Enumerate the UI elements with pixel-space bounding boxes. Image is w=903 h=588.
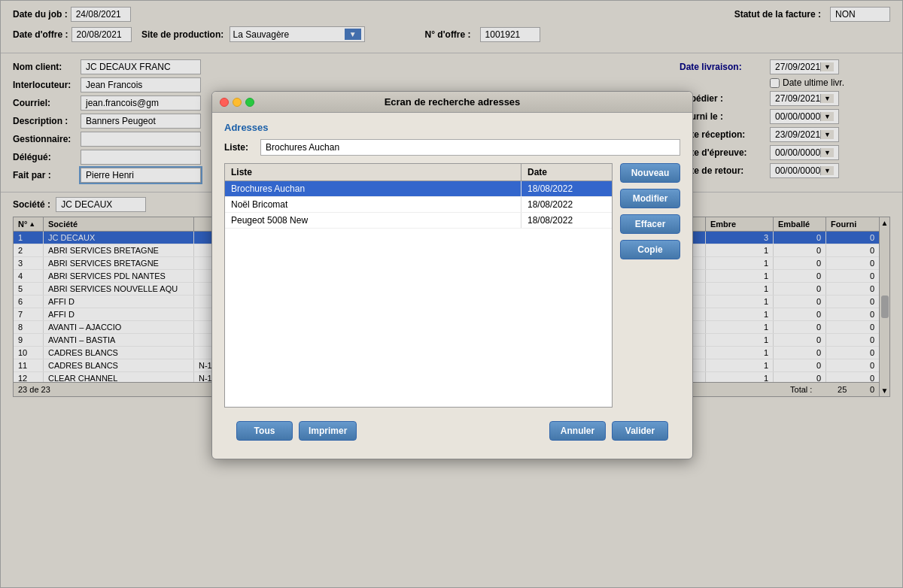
minimize-button[interactable] xyxy=(233,98,242,107)
effacer-button[interactable]: Effacer xyxy=(620,214,680,234)
modal-table-area: Liste Date Brochures Auchan 18/08/2022 N… xyxy=(224,163,680,408)
modal-liste-row: Liste: xyxy=(224,139,680,156)
modal-section-title: Adresses xyxy=(224,122,680,133)
modal-liste-label: Liste: xyxy=(224,142,254,153)
modal-footer-right: Annuler Valider xyxy=(549,421,668,441)
modal-cell-date: 18/08/2022 xyxy=(521,197,612,212)
modal-body: Adresses Liste: Liste Date Brochures Auc… xyxy=(212,113,692,459)
imprimer-button[interactable]: Imprimer xyxy=(299,421,357,441)
modal-cell-liste: Noël Bricomat xyxy=(225,197,521,212)
modal-table-row[interactable]: Noël Bricomat 18/08/2022 xyxy=(225,197,612,213)
modal-footer: Tous Imprimer Annuler Valider xyxy=(224,415,680,450)
modal-table-row[interactable]: Brochures Auchan 18/08/2022 xyxy=(225,181,612,197)
modal-table-row[interactable]: Peugeot 5008 New 18/08/2022 xyxy=(225,213,612,229)
annuler-button[interactable]: Annuler xyxy=(549,421,606,441)
modal-title: Ecran de recherche adresses xyxy=(385,96,521,108)
modifier-button[interactable]: Modifier xyxy=(620,189,680,208)
modal-table-container: Liste Date Brochures Auchan 18/08/2022 N… xyxy=(224,163,613,408)
modal-table-body: Brochures Auchan 18/08/2022 Noël Bricoma… xyxy=(225,181,612,407)
modal-cell-liste: Peugeot 5008 New xyxy=(225,213,521,228)
modal-cell-date: 18/08/2022 xyxy=(521,181,612,196)
modal-cell-date: 18/08/2022 xyxy=(521,213,612,228)
valider-button[interactable]: Valider xyxy=(612,421,668,441)
nouveau-button[interactable]: Nouveau xyxy=(620,163,680,183)
modal-cell-liste: Brochures Auchan xyxy=(225,181,521,196)
modal-liste-input[interactable] xyxy=(260,139,680,156)
modal-dialog: Ecran de recherche adresses Adresses Lis… xyxy=(211,91,693,459)
traffic-lights xyxy=(220,98,254,107)
close-button[interactable] xyxy=(220,98,229,107)
modal-buttons-right: Nouveau Modifier Effacer Copie xyxy=(620,163,680,408)
main-window: Date du job : 24/08/2021 Statut de la fa… xyxy=(0,0,903,588)
maximize-button[interactable] xyxy=(245,98,254,107)
modal-overlay: Ecran de recherche adresses Adresses Lis… xyxy=(1,1,902,587)
modal-col-liste[interactable]: Liste xyxy=(225,164,521,180)
tous-button[interactable]: Tous xyxy=(236,421,293,441)
copie-button[interactable]: Copie xyxy=(620,240,680,259)
modal-col-date[interactable]: Date xyxy=(521,164,612,180)
modal-table-header: Liste Date xyxy=(225,164,612,181)
modal-titlebar: Ecran de recherche adresses xyxy=(212,92,692,113)
